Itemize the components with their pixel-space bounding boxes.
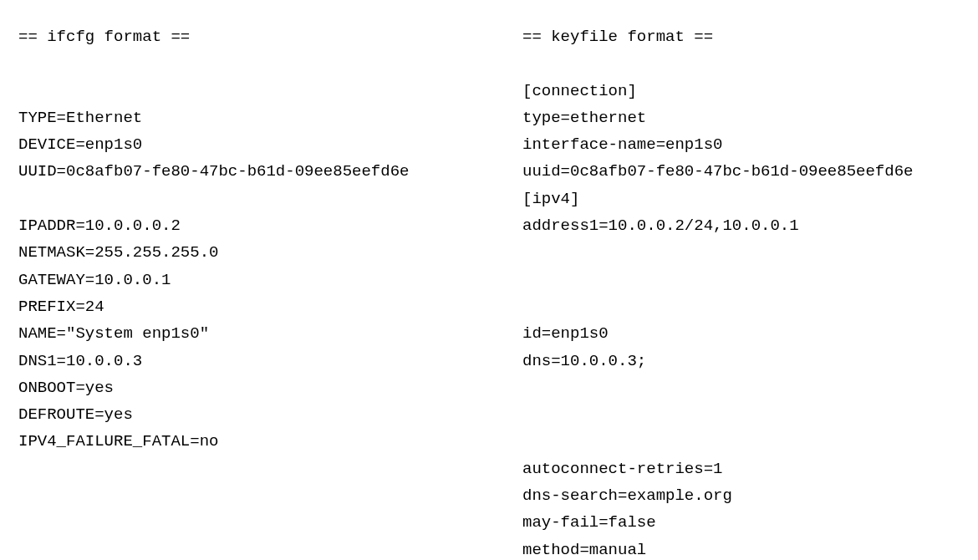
ifcfg-line: IPV4_FAILURE_FATAL=no — [18, 428, 456, 455]
ifcfg-line: NAME="System enp1s0" — [18, 320, 456, 347]
keyfile-line: type=ethernet — [522, 104, 960, 131]
ifcfg-header: == ifcfg format == — [18, 23, 456, 50]
ifcfg-line — [18, 456, 456, 482]
ifcfg-line: DEFROUTE=yes — [18, 401, 456, 428]
keyfile-line: uuid=0c8afb07-fe80-47bc-b61d-09ee85eefd6… — [522, 158, 960, 185]
keyfile-line: [connection] — [522, 78, 960, 104]
keyfile-line — [522, 428, 960, 455]
keyfile-line: dns=10.0.0.3; — [522, 348, 960, 374]
ifcfg-line: PREFIX=24 — [18, 293, 456, 320]
ifcfg-line: TYPE=Ethernet — [18, 104, 456, 131]
keyfile-line — [522, 50, 960, 77]
keyfile-line: interface-name=enp1s0 — [522, 131, 960, 158]
keyfile-line: dns-search=example.org — [522, 482, 960, 509]
ifcfg-line: ONBOOT=yes — [18, 374, 456, 401]
ifcfg-line — [18, 50, 456, 77]
ifcfg-line — [18, 537, 456, 560]
keyfile-line — [522, 401, 960, 428]
keyfile-line: id=enp1s0 — [522, 320, 960, 347]
ifcfg-line: UUID=0c8afb07-fe80-47bc-b61d-09ee85eefd6… — [18, 158, 456, 185]
ifcfg-line — [18, 509, 456, 536]
keyfile-line — [522, 293, 960, 320]
ifcfg-line — [18, 78, 456, 104]
keyfile-line: autoconnect-retries=1 — [522, 456, 960, 482]
keyfile-line — [522, 239, 960, 266]
ifcfg-column: == ifcfg format == TYPE=Ethernet DEVICE=… — [18, 23, 489, 560]
ifcfg-line — [18, 186, 456, 212]
comparison-container: == ifcfg format == TYPE=Ethernet DEVICE=… — [18, 23, 960, 560]
keyfile-line — [522, 374, 960, 401]
keyfile-line: [ipv4] — [522, 186, 960, 212]
ifcfg-line: DEVICE=enp1s0 — [18, 131, 456, 158]
keyfile-line — [522, 267, 960, 293]
ifcfg-line: DNS1=10.0.0.3 — [18, 348, 456, 374]
ifcfg-line: GATEWAY=10.0.0.1 — [18, 267, 456, 293]
ifcfg-line — [18, 482, 456, 509]
keyfile-line: address1=10.0.0.2/24,10.0.0.1 — [522, 212, 960, 239]
keyfile-column: == keyfile format == [connection] type=e… — [489, 23, 960, 560]
keyfile-line: method=manual — [522, 537, 960, 560]
keyfile-header: == keyfile format == — [522, 23, 960, 50]
ifcfg-line: NETMASK=255.255.255.0 — [18, 239, 456, 266]
keyfile-line: may-fail=false — [522, 509, 960, 536]
ifcfg-line: IPADDR=10.0.0.0.2 — [18, 212, 456, 239]
